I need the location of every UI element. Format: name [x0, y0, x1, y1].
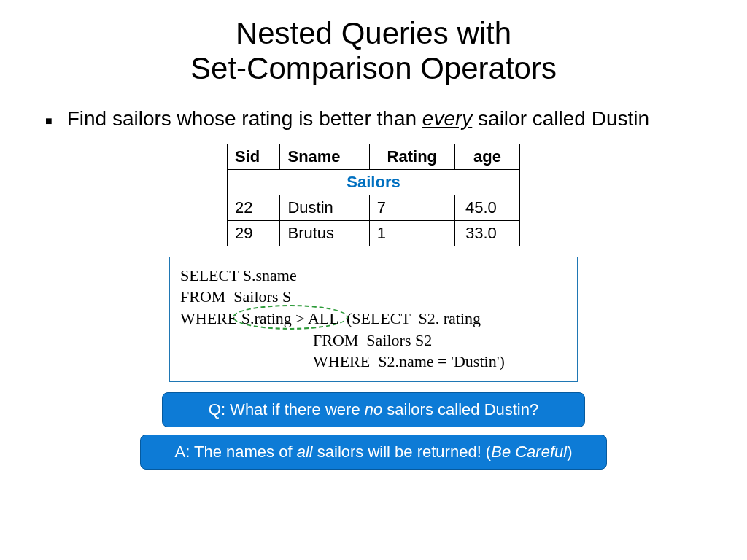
table-row: 22 Dustin 7 45.0 [228, 195, 520, 220]
col-rating: Rating [369, 144, 454, 169]
q-suffix: sailors called Dustin? [382, 400, 538, 419]
q-emph: no [365, 400, 382, 419]
bullet-prefix: Find sailors whose rating is better than [67, 107, 422, 130]
q-l4b: Sailors S2 [358, 331, 432, 349]
query-line-4: FROM Sailors S2 [180, 330, 567, 351]
bullet-text: Find sailors whose rating is better than… [67, 107, 649, 131]
a-emph1: all [297, 443, 313, 461]
query-line-1: SELECT S.sname [180, 265, 567, 287]
kw-select: SELECT [180, 266, 239, 284]
title-line-2: Set-Comparison Operators [190, 51, 557, 85]
table-header-row: Sid Sname Rating age [228, 144, 520, 169]
q-prefix: Q: What if there were [209, 400, 365, 419]
bullet-emph: every [422, 107, 472, 130]
col-age: age [455, 144, 520, 169]
table-caption: Sailors [228, 169, 520, 195]
a-prefix: A: The names of [175, 443, 297, 461]
cell-rating: 1 [369, 220, 454, 246]
q-l3b: S.rating > ALL ( [237, 309, 352, 327]
title-line-1: Nested Queries with [236, 16, 511, 50]
kw-where: WHERE [180, 309, 237, 327]
kw-select-2: SELECT [352, 309, 410, 327]
a-mid: sailors will be returned! ( [313, 443, 492, 461]
a-suffix: ) [567, 443, 572, 461]
kw-from-2: FROM [313, 331, 358, 349]
a-emph2: Be Careful [491, 443, 567, 461]
slide-title: Nested Queries with Set-Comparison Opera… [0, 0, 747, 87]
cell-sid: 29 [228, 220, 280, 246]
cell-rating: 7 [369, 195, 454, 220]
cell-sid: 22 [228, 195, 280, 220]
answer-callout: A: The names of all sailors will be retu… [140, 435, 607, 470]
kw-from: FROM [180, 287, 225, 306]
cell-age: 45.0 [455, 195, 520, 220]
q-l1b: S.sname [239, 266, 296, 284]
sailors-table-container: Sailors Sid Sname Rating age 22 Dustin 7… [227, 144, 520, 246]
query-line-3: WHERE S.rating > ALL (SELECT S2. rating [180, 308, 567, 330]
bullet-marker-icon: ■ [45, 114, 53, 128]
q-l2b: Sailors S [225, 287, 291, 306]
table-row: 29 Brutus 1 33.0 [228, 220, 520, 246]
table-caption-row: Sailors [228, 169, 520, 195]
cell-sname: Dustin [280, 195, 369, 220]
sql-query-box: SELECT S.sname FROM Sailors S WHERE S.ra… [169, 257, 578, 382]
bullet-suffix: sailor called Dustin [472, 107, 649, 130]
col-sname: Sname [280, 144, 369, 169]
query-line-2: FROM Sailors S [180, 286, 567, 308]
kw-where-2: WHERE [313, 352, 370, 370]
col-sid: Sid [228, 144, 280, 169]
q-l5b: S2.name = 'Dustin') [370, 352, 505, 370]
cell-age: 33.0 [455, 220, 520, 246]
question-callout: Q: What if there were no sailors called … [162, 392, 585, 427]
q-l3d: S2. rating [411, 309, 481, 327]
query-line-5: WHERE S2.name = 'Dustin') [180, 351, 567, 373]
cell-sname: Brutus [280, 220, 369, 246]
sailors-table: Sailors Sid Sname Rating age 22 Dustin 7… [227, 144, 520, 246]
bullet-item: ■ Find sailors whose rating is better th… [0, 87, 747, 131]
